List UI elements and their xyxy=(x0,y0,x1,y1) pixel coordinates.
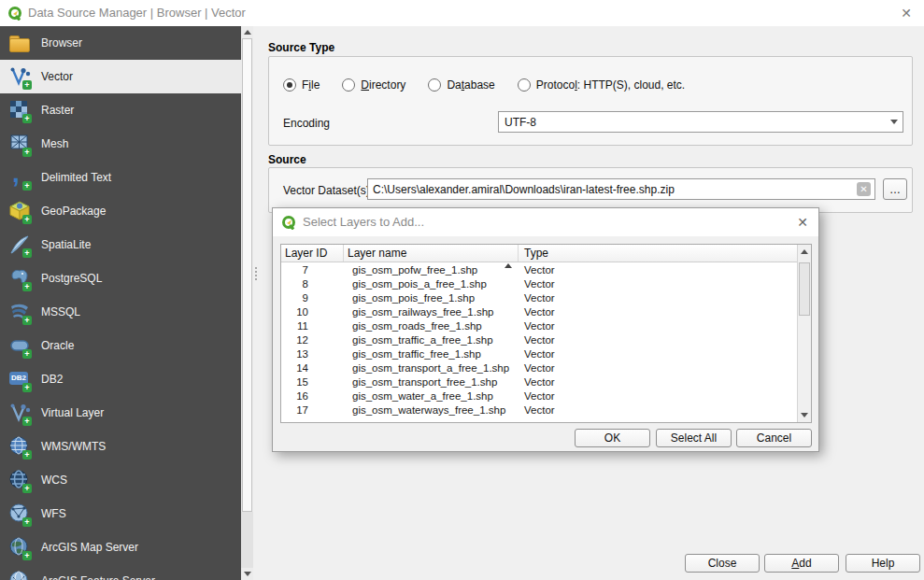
sidebar-item-arcgis-map-server[interactable]: + ArcGIS Map Server xyxy=(0,530,241,564)
layer-name-cell: gis_osm_waterways_free_1.shp xyxy=(344,404,519,416)
sidebar-item-geopackage[interactable]: + GeoPackage xyxy=(0,194,241,228)
sidebar-item-wfs[interactable]: + WFS xyxy=(0,497,241,530)
cancel-button[interactable]: Cancel xyxy=(736,429,812,447)
sidebar-item-virtual-layer[interactable]: + Virtual Layer xyxy=(0,396,241,430)
column-header-type[interactable]: Type xyxy=(519,245,811,262)
table-scrollbar-thumb[interactable] xyxy=(799,262,810,316)
sidebar-item-label: DB2 xyxy=(41,373,63,386)
sidebar-item-delimited-text[interactable]: , + Delimited Text xyxy=(0,161,241,194)
table-row[interactable]: 13 gis_osm_traffic_free_1.shp Vector xyxy=(281,347,811,361)
layer-id-cell: 16 xyxy=(281,390,344,402)
sidebar-item-postgresql[interactable]: + PostgreSQL xyxy=(0,262,241,295)
title-bar: Data Source Manager | Browser | Vector ✕ xyxy=(0,0,924,26)
sidebar-item-mesh[interactable]: + Mesh xyxy=(0,127,241,161)
clear-text-icon[interactable]: ✕ xyxy=(857,182,871,196)
plus-badge-icon: + xyxy=(22,450,32,460)
ok-button[interactable]: OK xyxy=(575,429,650,447)
layer-name-cell: gis_osm_traffic_free_1.shp xyxy=(344,348,519,360)
table-row[interactable]: 16 gis_osm_water_a_free_1.shp Vector xyxy=(281,389,811,403)
vector-dataset-input[interactable] xyxy=(367,178,875,200)
table-body: 7 gis_osm_pofw_free_1.shp Vector 8 gis_o… xyxy=(281,262,811,417)
radio-circle xyxy=(342,78,355,92)
sidebar-item-mssql[interactable]: + MSSQL xyxy=(0,295,241,329)
sidebar-item-browser[interactable]: Browser xyxy=(0,26,241,60)
close-button[interactable]: Close xyxy=(685,554,760,573)
layer-id-cell: 9 xyxy=(281,292,344,304)
layer-type-cell: Vector xyxy=(519,264,811,276)
plus-badge-icon: + xyxy=(22,114,32,123)
table-row[interactable]: 11 gis_osm_roads_free_1.shp Vector xyxy=(281,318,811,332)
sidebar-item-label: Browser xyxy=(41,36,82,50)
sidebar-scrollbar-track[interactable] xyxy=(241,512,253,568)
virtual-layer-icon: + xyxy=(8,402,31,424)
splitter-handle[interactable] xyxy=(253,265,259,282)
sidebar-item-label: PostgreSQL xyxy=(41,272,102,285)
layer-id-cell: 15 xyxy=(281,376,344,388)
scroll-down-icon[interactable] xyxy=(241,568,253,580)
sidebar-item-wms-wmts[interactable]: + WMS/WMTS xyxy=(0,430,241,463)
geopackage-icon: + xyxy=(8,200,31,222)
sidebar-scrollbar[interactable] xyxy=(241,26,253,580)
table-row[interactable]: 10 gis_osm_railways_free_1.shp Vector xyxy=(281,304,811,318)
scroll-down-icon[interactable] xyxy=(798,408,811,422)
table-row[interactable]: 14 gis_osm_transport_a_free_1.shp Vector xyxy=(281,361,811,375)
sidebar-item-raster[interactable]: + Raster xyxy=(0,93,241,127)
sidebar-item-label: WFS xyxy=(41,507,66,520)
encoding-dropdown[interactable]: UTF-8 xyxy=(498,111,903,133)
plus-badge-icon: + xyxy=(22,349,32,359)
sidebar-scrollbar-thumb[interactable] xyxy=(242,38,252,512)
radio-protocol[interactable]: Protocol: HTTP(S), cloud, etc. xyxy=(518,78,685,92)
select-all-button[interactable]: Select All xyxy=(656,429,732,447)
comma-icon: , + xyxy=(8,166,31,189)
column-header-layer-id[interactable]: Layer ID xyxy=(281,245,344,262)
radio-circle xyxy=(283,78,296,92)
sidebar-item-oracle[interactable]: + Oracle xyxy=(0,329,241,362)
add-button[interactable]: Add xyxy=(764,554,839,573)
window-title: Data Source Manager | Browser | Vector xyxy=(28,0,246,26)
plus-badge-icon: + xyxy=(22,484,32,493)
layer-id-cell: 14 xyxy=(281,362,344,374)
layer-type-cell: Vector xyxy=(519,376,811,388)
layer-name-cell: gis_osm_pois_a_free_1.shp xyxy=(344,278,519,290)
globe-grid-icon: + xyxy=(8,469,31,491)
sidebar-item-wcs[interactable]: + WCS xyxy=(0,463,241,497)
plus-badge-icon: + xyxy=(22,248,32,258)
radio-circle xyxy=(428,78,441,92)
table-scrollbar[interactable] xyxy=(797,245,811,422)
layer-type-cell: Vector xyxy=(519,306,811,318)
sidebar-item-label: MSSQL xyxy=(41,305,80,318)
radio-database[interactable]: Database xyxy=(428,78,494,92)
dialog-close-icon[interactable]: ✕ xyxy=(790,209,815,235)
table-row[interactable]: 8 gis_osm_pois_a_free_1.shp Vector xyxy=(281,276,811,290)
table-row[interactable]: 15 gis_osm_transport_free_1.shp Vector xyxy=(281,375,811,389)
sidebar-item-db2[interactable]: DB2 + DB2 xyxy=(0,362,241,396)
sidebar-item-label: Oracle xyxy=(41,339,74,352)
encoding-label: Encoding xyxy=(283,117,330,130)
radio-file[interactable]: File xyxy=(283,78,320,92)
table-row[interactable]: 17 gis_osm_waterways_free_1.shp Vector xyxy=(281,403,811,417)
sidebar-item-vector[interactable]: + Vector xyxy=(0,60,241,93)
plus-badge-icon: + xyxy=(22,215,32,224)
layer-id-cell: 8 xyxy=(281,278,344,290)
elephant-icon: + xyxy=(8,267,31,290)
plus-badge-icon: + xyxy=(22,282,32,291)
sidebar-item-label: ArcGIS Map Server xyxy=(41,541,138,554)
layer-type-cell: Vector xyxy=(519,390,811,402)
window-close-icon[interactable]: ✕ xyxy=(894,0,918,26)
sidebar-item-spatialite[interactable]: + SpatiaLite xyxy=(0,228,241,262)
layer-table: Layer ID Layer name Type 7 gis_osm_pofw_… xyxy=(280,244,812,423)
scroll-up-icon[interactable] xyxy=(798,245,811,259)
layer-type-cell: Vector xyxy=(519,404,811,416)
table-row[interactable]: 12 gis_osm_traffic_a_free_1.shp Vector xyxy=(281,332,811,347)
help-button[interactable]: Help xyxy=(846,554,920,573)
globe-nodes-icon: + xyxy=(8,502,31,525)
plus-badge-icon: + xyxy=(22,383,32,392)
column-header-layer-name[interactable]: Layer name xyxy=(344,245,519,262)
radio-directory[interactable]: Directory xyxy=(342,78,405,92)
table-row[interactable]: 9 gis_osm_pois_free_1.shp Vector xyxy=(281,290,811,304)
table-row[interactable]: 7 gis_osm_pofw_free_1.shp Vector xyxy=(281,262,811,276)
sidebar-item-arcgis-feature-server[interactable]: + ArcGIS Feature Server xyxy=(0,564,241,580)
sidebar-item-label: WCS xyxy=(41,474,67,487)
scroll-up-icon[interactable] xyxy=(241,26,253,38)
browse-button[interactable]: … xyxy=(883,178,907,200)
